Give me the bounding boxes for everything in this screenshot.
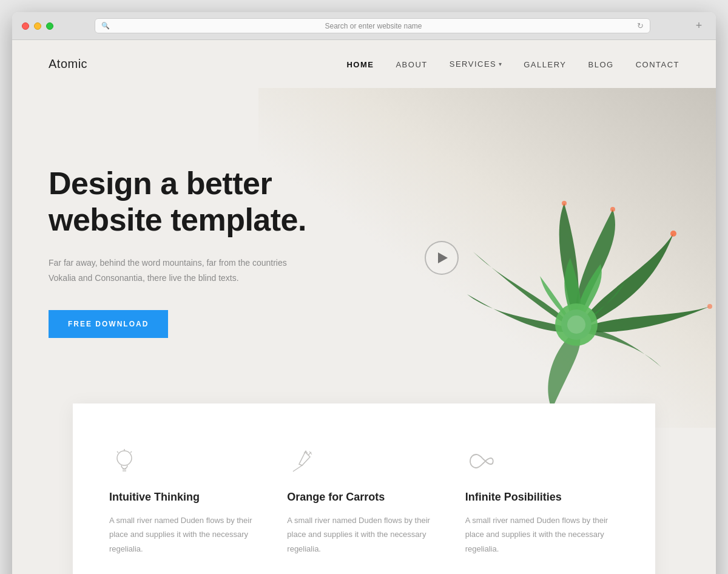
play-button[interactable] — [425, 241, 459, 275]
hero-content: Design a better website template. Far fa… — [12, 129, 352, 387]
svg-point-9 — [117, 451, 132, 465]
nav-link-services[interactable]: SERVICES — [450, 59, 497, 69]
cta-button[interactable]: FREE DOWNLOAD — [49, 310, 168, 338]
features-section: Intuitive Thinking A small river named D… — [73, 403, 655, 574]
nav-item-blog[interactable]: BLOG — [588, 59, 614, 70]
address-text: Search or enter website name — [113, 22, 633, 30]
feature-desc-infinite: A small river named Duden flows by their… — [465, 513, 619, 556]
nav-link-about[interactable]: ABOUT — [396, 60, 427, 69]
hero-title: Design a better website template. — [49, 166, 315, 238]
browser-titlebar: 🔍 Search or enter website name ↻ + — [12, 12, 716, 40]
refresh-icon[interactable]: ↻ — [637, 21, 644, 30]
svg-point-6 — [610, 207, 615, 212]
nav-item-contact[interactable]: CONTACT — [636, 59, 679, 70]
minimize-button[interactable] — [34, 22, 41, 30]
address-bar[interactable]: 🔍 Search or enter website name ↻ — [95, 18, 650, 33]
feature-desc-carrots: A small river named Duden flows by their… — [287, 513, 440, 556]
maximize-button[interactable] — [46, 22, 53, 30]
nav-link-contact[interactable]: CONTACT — [636, 60, 679, 69]
svg-point-8 — [707, 304, 712, 309]
nav-link-gallery[interactable]: GALLERY — [524, 60, 566, 69]
close-button[interactable] — [22, 22, 29, 30]
new-tab-button[interactable]: + — [692, 19, 706, 33]
infinity-icon — [465, 446, 496, 476]
nav-item-about[interactable]: ABOUT — [396, 59, 427, 70]
feature-title-infinite: Infinite Posibilities — [465, 491, 619, 504]
hero-subtitle: Far far away, behind the word mountains,… — [49, 255, 291, 286]
feature-intuitive-thinking: Intuitive Thinking A small river named D… — [109, 440, 263, 562]
feature-title-intuitive: Intuitive Thinking — [109, 491, 263, 504]
navbar: Atomic HOME ABOUT SERVICES ▾ GALLERY — [12, 40, 716, 88]
feature-infinite: Infinite Posibilities A small river name… — [465, 440, 619, 562]
nav-item-gallery[interactable]: GALLERY — [524, 59, 566, 70]
nav-link-home[interactable]: HOME — [346, 60, 374, 69]
feature-orange-carrots: Orange for Carrots A small river named D… — [287, 440, 440, 562]
lightbulb-icon — [109, 446, 140, 476]
svg-line-13 — [117, 451, 118, 453]
feature-desc-intuitive: A small river named Duden flows by their… — [109, 513, 263, 556]
carrot-icon — [287, 446, 317, 476]
site-logo[interactable]: Atomic — [49, 57, 87, 71]
succulent-plant-image — [419, 124, 716, 428]
nav-item-home[interactable]: HOME — [346, 59, 374, 70]
hero-section: Design a better website template. Far fa… — [12, 88, 716, 428]
svg-line-14 — [130, 451, 132, 453]
svg-point-5 — [670, 231, 676, 237]
svg-point-7 — [562, 201, 567, 206]
search-icon: 🔍 — [101, 22, 110, 30]
svg-point-4 — [567, 316, 585, 334]
website-content: Atomic HOME ABOUT SERVICES ▾ GALLERY — [12, 40, 716, 574]
nav-link-blog[interactable]: BLOG — [588, 60, 614, 69]
browser-window: 🔍 Search or enter website name ↻ + Atomi… — [12, 12, 716, 574]
nav-links: HOME ABOUT SERVICES ▾ GALLERY BLOG — [346, 59, 679, 70]
nav-item-services[interactable]: SERVICES ▾ — [450, 59, 502, 69]
feature-title-carrots: Orange for Carrots — [287, 491, 440, 504]
chevron-down-icon: ▾ — [499, 61, 502, 67]
